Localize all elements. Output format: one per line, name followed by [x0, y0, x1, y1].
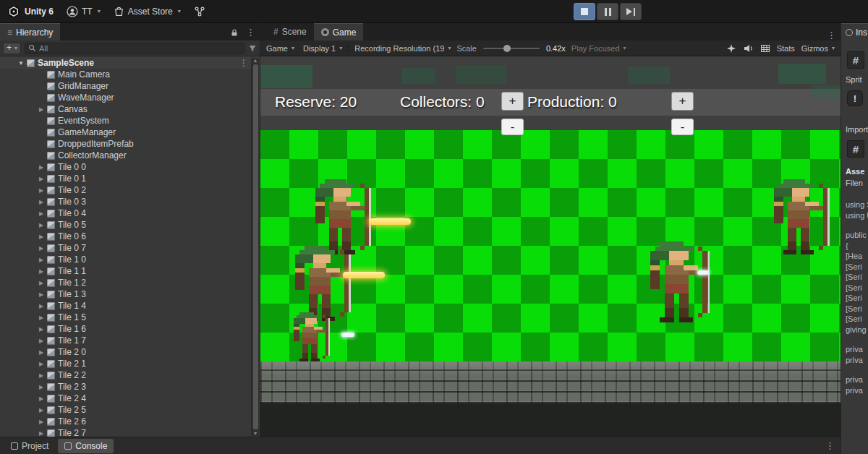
hierarchy-item-tile-0-5[interactable]: ▶Tile 0 5 [0, 219, 260, 231]
hierarchy-item-tile-2-2[interactable]: ▶Tile 2 2 [0, 369, 260, 381]
hierarchy-item-tile-0-6[interactable]: ▶Tile 0 6 [0, 231, 260, 242]
hierarchy-item-tile-0-0[interactable]: ▶Tile 0 0 [0, 161, 260, 173]
expand-arrow-icon[interactable]: ▶ [36, 326, 46, 333]
tab-scene[interactable]: # Scene [266, 23, 314, 40]
hierarchy-item-tile-0-3[interactable]: ▶Tile 0 3 [0, 196, 260, 207]
expand-arrow-icon[interactable]: ▼ [16, 60, 26, 67]
hierarchy-item-gridmanager[interactable]: GridManager [0, 80, 260, 92]
expand-arrow-icon[interactable]: ▶ [36, 419, 46, 425]
hierarchy-item-tile-2-1[interactable]: ▶Tile 2 1 [0, 358, 260, 369]
hierarchy-item-collectormanager[interactable]: CollectorManager [0, 150, 260, 161]
production-minus-button[interactable]: - [671, 119, 694, 135]
expand-arrow-icon[interactable]: ▶ [36, 349, 46, 356]
gizmos-dropdown[interactable]: Gizmos▾ [801, 44, 835, 53]
production-plus-button[interactable]: + [671, 92, 694, 111]
expand-arrow-icon[interactable]: ▶ [36, 199, 46, 205]
expand-arrow-icon[interactable]: ▶ [36, 106, 46, 113]
step-button[interactable] [620, 3, 642, 20]
expand-arrow-icon[interactable]: ▶ [36, 372, 46, 379]
expand-arrow-icon[interactable]: ▶ [36, 164, 46, 171]
tab-hierarchy[interactable]: ≡ Hierarchy [0, 23, 60, 40]
hierarchy-scrollbar[interactable]: ▲ ▼ [251, 58, 259, 436]
expand-arrow-icon[interactable]: ▶ [36, 303, 46, 309]
hierarchy-item-tile-2-7[interactable]: ▶Tile 2 7 [0, 427, 260, 437]
collectors-minus-button[interactable]: - [501, 119, 524, 135]
expand-arrow-icon[interactable]: ▶ [36, 395, 46, 402]
scrollbar-thumb[interactable] [253, 64, 258, 429]
expand-arrow-icon[interactable]: ▶ [36, 234, 46, 240]
hierarchy-item-tile-1-0[interactable]: ▶Tile 1 0 [0, 254, 260, 265]
play-button[interactable] [574, 3, 595, 20]
lock-icon[interactable] [230, 28, 239, 37]
hierarchy-item-tile-1-4[interactable]: ▶Tile 1 4 [0, 300, 260, 312]
expand-arrow-icon[interactable]: ▶ [36, 361, 46, 367]
hierarchy-item-tile-0-2[interactable]: ▶Tile 0 2 [0, 184, 260, 196]
vsync-grid-icon[interactable] [760, 43, 770, 53]
hierarchy-item-canvas[interactable]: ▶Canvas [0, 103, 260, 115]
kebab-menu-icon[interactable]: ⋮ [822, 30, 841, 40]
search-filter-icon[interactable] [248, 44, 257, 53]
hierarchy-item-gamemanager[interactable]: GameManager [0, 127, 260, 138]
expand-arrow-icon[interactable]: ▶ [36, 338, 46, 344]
hierarchy-item-tile-2-0[interactable]: ▶Tile 2 0 [0, 346, 260, 358]
hierarchy-item-tile-2-6[interactable]: ▶Tile 2 6 [0, 416, 260, 427]
expand-arrow-icon[interactable]: ▶ [36, 384, 46, 390]
hierarchy-item-tile-2-5[interactable]: ▶Tile 2 5 [0, 404, 260, 416]
hierarchy-item-tile-1-6[interactable]: ▶Tile 1 6 [0, 323, 260, 335]
expand-arrow-icon[interactable]: ▶ [36, 268, 46, 275]
account-menu[interactable]: TT ▾ [67, 6, 101, 17]
scale-slider[interactable] [483, 48, 540, 49]
game-viewport[interactable]: Reserve: 20 Collectors: 0 Production: 0 … [260, 56, 841, 437]
hierarchy-item-eventsystem[interactable]: EventSystem [0, 115, 260, 127]
slider-thumb[interactable] [503, 45, 511, 52]
scroll-up-icon[interactable]: ▲ [253, 58, 258, 63]
expand-arrow-icon[interactable]: ▶ [36, 430, 46, 437]
asset-store-menu[interactable]: Asset Store ▾ [114, 6, 181, 17]
hierarchy-item-tile-0-7[interactable]: ▶Tile 0 7 [0, 242, 260, 254]
tab-game[interactable]: Game [314, 23, 364, 40]
expand-arrow-icon[interactable]: ▶ [36, 222, 46, 228]
expand-arrow-icon[interactable]: ▶ [36, 245, 46, 252]
game-mode-dropdown[interactable]: Game▾ [265, 44, 299, 53]
hierarchy-item-tile-0-1[interactable]: ▶Tile 0 1 [0, 173, 260, 184]
play-focused-dropdown[interactable]: Play Focused▾ [567, 44, 631, 53]
collectors-plus-button[interactable]: + [501, 92, 524, 111]
hierarchy-item-tile-1-7[interactable]: ▶Tile 1 7 [0, 335, 260, 346]
hierarchy-item-wavemanager[interactable]: WaveManager [0, 92, 260, 103]
stats-button[interactable]: Stats [777, 44, 795, 53]
version-control-icon[interactable] [194, 6, 205, 17]
hierarchy-item-tile-1-3[interactable]: ▶Tile 1 3 [0, 288, 260, 300]
expand-arrow-icon[interactable]: ▶ [36, 257, 46, 263]
tab-project[interactable]: Project [4, 439, 55, 453]
hierarchy-item-tile-2-4[interactable]: ▶Tile 2 4 [0, 393, 260, 404]
expand-arrow-icon[interactable]: ▶ [36, 280, 46, 286]
kebab-menu-icon[interactable]: ⋮ [242, 27, 260, 38]
hierarchy-scene-row[interactable]: ▼ SampleScene ⋮ [0, 57, 260, 69]
hierarchy-item-tile-2-3[interactable]: ▶Tile 2 3 [0, 381, 260, 393]
hierarchy-item-tile-1-5[interactable]: ▶Tile 1 5 [0, 312, 260, 323]
expand-arrow-icon[interactable]: ▶ [36, 314, 46, 321]
scene-kebab-icon[interactable]: ⋮ [239, 58, 248, 68]
scroll-down-icon[interactable]: ▼ [253, 431, 258, 436]
mute-audio-icon[interactable] [743, 43, 754, 53]
expand-arrow-icon[interactable]: ▶ [36, 187, 46, 194]
tab-inspector[interactable]: Ins [841, 23, 868, 40]
expand-arrow-icon[interactable]: ▶ [36, 407, 46, 414]
hierarchy-item-main-camera[interactable]: Main Camera [0, 69, 260, 80]
kebab-menu-icon[interactable]: ⋮ [820, 440, 841, 451]
tab-console[interactable]: Console [58, 439, 114, 453]
expand-arrow-icon[interactable]: ▶ [36, 291, 46, 298]
hierarchy-item-tile-0-4[interactable]: ▶Tile 0 4 [0, 207, 260, 219]
pause-button[interactable] [597, 3, 618, 20]
create-add-button[interactable]: + ▾ [3, 43, 21, 54]
hierarchy-search-input[interactable]: All [25, 43, 244, 54]
expand-arrow-icon[interactable]: ▶ [36, 176, 46, 182]
flare-toggle-icon[interactable] [726, 43, 736, 53]
display-dropdown[interactable]: Display 1▾ [299, 44, 346, 53]
resolution-dropdown[interactable]: Recording Resolution (19▾ [350, 44, 455, 53]
unity-menu[interactable]: Unity 6 [7, 5, 54, 18]
hierarchy-item-tile-1-1[interactable]: ▶Tile 1 1 [0, 265, 260, 277]
hierarchy-item-tile-1-2[interactable]: ▶Tile 1 2 [0, 277, 260, 288]
hierarchy-item-droppeditemprefab[interactable]: DroppedItemPrefab [0, 138, 260, 150]
expand-arrow-icon[interactable]: ▶ [36, 210, 46, 217]
